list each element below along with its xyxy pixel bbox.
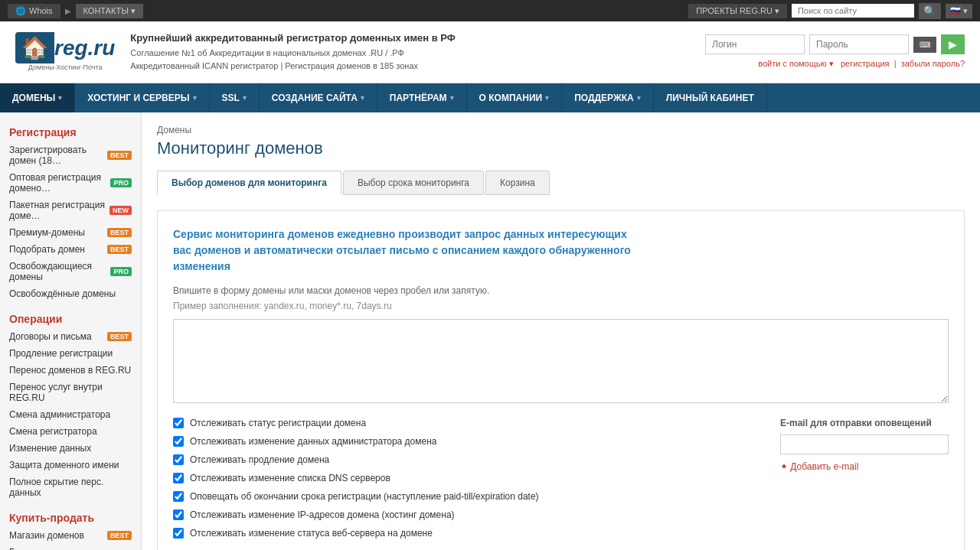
sidebar-item-expiring-domains[interactable]: Освобождающиеся домены PRO xyxy=(0,258,141,285)
register-link[interactable]: регистрация xyxy=(841,59,890,68)
login-help-link[interactable]: войти с помощью ▾ xyxy=(758,59,834,68)
email-col: E-mail для отправки оповещений ✦ Добавит… xyxy=(780,418,949,472)
nav-item-site-creation[interactable]: СОЗДАНИЕ САЙТА ▾ xyxy=(260,83,377,112)
email-input[interactable] xyxy=(780,434,949,454)
checkbox-label-6: Отслеживать изменение статуса веб-сервер… xyxy=(190,528,433,539)
checkbox-ip-change[interactable] xyxy=(173,509,184,520)
nav-arrow-site-creation: ▾ xyxy=(361,94,364,102)
top-arrow: ▶ xyxy=(65,7,71,15)
checkbox-item-6: Отслеживать изменение статуса веб-сервер… xyxy=(173,528,750,539)
login-row: ⌨ ▶ xyxy=(705,34,965,54)
tab-cart[interactable]: Корзина xyxy=(485,171,550,195)
form-section: Сервис мониторинга доменов ежедневно про… xyxy=(157,210,965,550)
checkbox-web-status[interactable] xyxy=(173,528,184,539)
tagline-main: Крупнейший аккредитованный регистратор д… xyxy=(130,31,690,47)
sidebar-item-register-domain[interactable]: Зарегистрировать домен (18… BEST xyxy=(0,142,141,169)
nav-arrow-domains: ▾ xyxy=(58,94,62,102)
checkbox-label-0: Отслеживать статус регистрации домена xyxy=(190,418,366,428)
sidebar-item-transfer-in[interactable]: Перенос доменов в REG.RU xyxy=(0,362,141,379)
forgot-password-link[interactable]: забыли пароль? xyxy=(901,59,965,68)
login-submit-button[interactable]: ▶ xyxy=(941,34,965,54)
tab-monitoring-period[interactable]: Выбор срока мониторинга xyxy=(343,171,484,195)
sidebar-item-find-domain[interactable]: Подобрать домен BEST xyxy=(0,241,141,258)
nav-arrow-hosting: ▾ xyxy=(193,94,197,102)
flag-label: 🇷🇺 ▾ xyxy=(950,6,968,15)
sidebar-item-domain-shop[interactable]: Магазин доменов BEST xyxy=(0,527,141,544)
tagline-sub2: Аккредитованный ICANN регистратор | Реги… xyxy=(130,60,690,73)
tab-domain-selection[interactable]: Выбор доменов для мониторинга xyxy=(157,171,341,195)
top-bar-right: ПРОЕКТЫ REG.RU ▾ 🔍 🇷🇺 ▾ xyxy=(688,3,972,19)
checkbox-item-2: Отслеживать продление домена xyxy=(173,454,750,465)
search-icon: 🔍 xyxy=(923,5,936,17)
search-button[interactable]: 🔍 xyxy=(919,3,941,19)
checkbox-item-3: Отслеживать изменение списка DNS серверо… xyxy=(173,473,750,483)
nav-item-ssl[interactable]: SSL ▾ xyxy=(210,83,260,112)
service-description: Сервис мониторинга доменов ежедневно про… xyxy=(173,226,949,275)
nav-item-about[interactable]: О КОМПАНИИ ▾ xyxy=(467,83,563,112)
logo-area[interactable]: 🏠 reg.ru Домены·Хостинг·Почта xyxy=(15,32,115,71)
checkbox-label-1: Отслеживать изменение данных администрат… xyxy=(190,436,437,447)
domain-textarea[interactable] xyxy=(173,319,949,403)
sidebar-item-bulk-registration[interactable]: Оптовая регистрация домено… PRO xyxy=(0,169,141,197)
sidebar-item-contracts[interactable]: Договоры и письма BEST xyxy=(0,328,141,345)
checkbox-renewal[interactable] xyxy=(173,454,184,465)
sidebar-item-freed-domains[interactable]: Освобождённые домены xyxy=(0,285,141,302)
keyboard-button[interactable]: ⌨ xyxy=(913,37,936,53)
sidebar-section-registration: Регистрация xyxy=(0,120,141,142)
add-email-link[interactable]: ✦ Добавить e-mail xyxy=(780,461,858,472)
login-input[interactable] xyxy=(705,34,805,54)
contacts-label: КОНТАКТЫ ▾ xyxy=(83,6,136,15)
projects-button[interactable]: ПРОЕКТЫ REG.RU ▾ xyxy=(688,4,787,18)
checkbox-expiration[interactable] xyxy=(173,491,184,502)
tabs-container: Выбор доменов для мониторинга Выбор срок… xyxy=(157,171,965,195)
checkbox-dns[interactable] xyxy=(173,473,184,483)
checkbox-label-3: Отслеживать изменение списка DNS серверо… xyxy=(190,473,390,483)
sidebar-item-package-registration[interactable]: Пакетная регистрация доме… NEW xyxy=(0,197,141,224)
sidebar-item-premium-domains[interactable]: Премиум-домены BEST xyxy=(0,224,141,241)
checkbox-item-5: Отслеживать изменение IP-адресов домена … xyxy=(173,509,750,520)
sidebar-section-operations: Операции xyxy=(0,307,141,328)
checkboxes-email-row: Отслеживать статус регистрации домена От… xyxy=(173,418,949,546)
sidebar: Регистрация Зарегистрировать домен (18… … xyxy=(0,112,142,550)
nav-item-domains[interactable]: ДОМЕНЫ ▾ xyxy=(0,83,75,112)
nav-arrow-about: ▾ xyxy=(545,94,549,102)
nav-label-support: ПОДДЕРЖКА xyxy=(574,93,634,103)
sidebar-item-change-registrar[interactable]: Смена регистратора xyxy=(0,423,141,440)
checkbox-item-1: Отслеживать изменение данных администрат… xyxy=(173,436,750,447)
nav-label-ssl: SSL xyxy=(222,93,240,103)
form-example: Пример заполнения: yandex.ru, money*.ru,… xyxy=(173,301,949,311)
form-hint: Впишите в форму домены или маски доменов… xyxy=(173,285,949,296)
nav-item-cabinet[interactable]: ЛИЧНЫЙ КАБИНЕТ xyxy=(654,83,767,112)
nav-arrow-ssl: ▾ xyxy=(243,94,247,102)
sidebar-item-transfer-internal[interactable]: Перенос услуг внутри REG.RU xyxy=(0,379,141,406)
main-content: Домены Мониторинг доменов Выбор доменов … xyxy=(142,112,980,550)
search-input[interactable] xyxy=(792,4,914,18)
nav-arrow-support: ▾ xyxy=(637,94,641,102)
contacts-button[interactable]: КОНТАКТЫ ▾ xyxy=(76,4,143,18)
nav-item-support[interactable]: ПОДДЕРЖКА ▾ xyxy=(562,83,654,112)
checkbox-item-0: Отслеживать статус регистрации домена xyxy=(173,418,750,428)
sidebar-item-hide-data[interactable]: Полное скрытие перс. данных xyxy=(0,474,141,501)
whois-label: Whois xyxy=(29,6,53,15)
sidebar-item-domain-protection[interactable]: Защита доменного имени xyxy=(0,457,141,474)
sidebar-section-buy-sell: Купить-продать xyxy=(0,506,141,527)
nav-item-partners[interactable]: ПАРТНЁРАМ ▾ xyxy=(377,83,467,112)
top-bar-left: 🌐 Whois ▶ КОНТАКТЫ ▾ xyxy=(8,4,143,18)
whois-button[interactable]: 🌐 Whois xyxy=(8,4,60,18)
sidebar-item-change-data[interactable]: Изменение данных xyxy=(0,440,141,457)
language-flag-button[interactable]: 🇷🇺 ▾ xyxy=(946,4,972,18)
password-input[interactable] xyxy=(809,34,909,54)
site-header: 🏠 reg.ru Домены·Хостинг·Почта Крупнейший… xyxy=(0,21,980,83)
sidebar-item-deal-guarantee[interactable]: Гарант сделки xyxy=(0,544,141,550)
checkbox-label-2: Отслеживать продление домена xyxy=(190,454,329,465)
checkboxes-col: Отслеживать статус регистрации домена От… xyxy=(173,418,750,546)
top-bar: 🌐 Whois ▶ КОНТАКТЫ ▾ ПРОЕКТЫ REG.RU ▾ 🔍 … xyxy=(0,0,980,21)
sidebar-item-renew[interactable]: Продление регистрации xyxy=(0,345,141,362)
checkbox-item-4: Оповещать об окончании срока регистрации… xyxy=(173,491,750,502)
sidebar-item-change-admin[interactable]: Смена администратора xyxy=(0,406,141,423)
checkbox-registration-status[interactable] xyxy=(173,418,184,428)
logo-house-icon: 🏠 xyxy=(15,32,54,63)
nav-item-hosting[interactable]: ХОСТИНГ И СЕРВЕРЫ ▾ xyxy=(75,83,209,112)
login-links: войти с помощью ▾ регистрация | забыли п… xyxy=(758,59,965,69)
checkbox-admin-change[interactable] xyxy=(173,436,184,447)
